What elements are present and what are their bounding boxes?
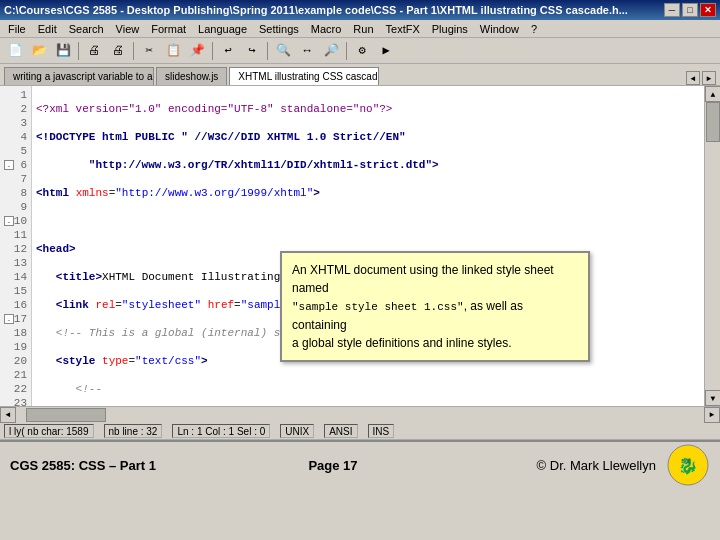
h-scroll-track[interactable] (16, 407, 704, 423)
toolbar-sep-2 (133, 42, 134, 60)
copy-button[interactable]: 📋 (162, 40, 184, 62)
menu-item-?[interactable]: ? (525, 21, 543, 37)
tab-scroll-right[interactable]: ► (702, 71, 716, 85)
macro-button[interactable]: ⚙ (351, 40, 373, 62)
replace-button[interactable]: ↔ (296, 40, 318, 62)
code-line-4: <html xmlns="http://www.w3.org/1999/xhtm… (36, 186, 700, 200)
line-num-20: 20 (0, 354, 31, 368)
footer-logo: 🐉 (666, 443, 710, 487)
fold-icon-17[interactable]: - (4, 314, 14, 324)
scroll-track[interactable] (705, 102, 720, 390)
tabs-bar: writing a javascript variable to a web p… (0, 64, 720, 86)
status-mode: INS (368, 424, 395, 438)
line-num-12: 12 (0, 242, 31, 256)
menu-item-textfx[interactable]: TextFX (380, 21, 426, 37)
code-line-11: <!-- (36, 382, 700, 396)
close-button[interactable]: ✕ (700, 3, 716, 17)
vertical-scrollbar: ▲ ▼ (704, 86, 720, 406)
line-num-15: 15 (0, 284, 31, 298)
menu-item-run[interactable]: Run (347, 21, 379, 37)
footer: CGS 2585: CSS – Part 1 Page 17 © Dr. Mar… (0, 440, 720, 488)
status-lines: nb line : 32 (104, 424, 163, 438)
tab-css-cascade[interactable]: XHTML illustrating CSS cascade.html (229, 67, 379, 85)
menu-item-view[interactable]: View (110, 21, 146, 37)
tab-scroll-left[interactable]: ◄ (686, 71, 700, 85)
line-num-13: 13 (0, 256, 31, 270)
window-controls: ─ □ ✕ (664, 3, 716, 17)
status-charset: ANSI (324, 424, 357, 438)
new-button[interactable]: 📄 (4, 40, 26, 62)
menu-item-file[interactable]: File (2, 21, 32, 37)
find-button[interactable]: 🔍 (272, 40, 294, 62)
toolbar-sep-1 (78, 42, 79, 60)
menu-item-format[interactable]: Format (145, 21, 192, 37)
print-button[interactable]: 🖨 (83, 40, 105, 62)
line-num-23: 23 (0, 396, 31, 406)
menu-bar: FileEditSearchViewFormatLanguageSettings… (0, 20, 720, 38)
footer-copyright: © Dr. Mark Llewellyn (441, 458, 656, 473)
status-chars: l ly( nb char: 1589 (4, 424, 94, 438)
tab-slideshow[interactable]: slideshow.js (156, 67, 227, 85)
run-button[interactable]: ▶ (375, 40, 397, 62)
line-num-14: 14 (0, 270, 31, 284)
menu-item-plugins[interactable]: Plugins (426, 21, 474, 37)
h-scroll-right-button[interactable]: ► (704, 407, 720, 423)
footer-course: CGS 2585: CSS – Part 1 (10, 458, 225, 473)
line-num-18: 18 (0, 326, 31, 340)
svg-text:🐉: 🐉 (678, 456, 698, 475)
scroll-up-button[interactable]: ▲ (705, 86, 720, 102)
menu-item-search[interactable]: Search (63, 21, 110, 37)
tooltip-text3: a global style definitions and inline st… (292, 336, 511, 350)
cut-button[interactable]: ✂ (138, 40, 160, 62)
minimize-button[interactable]: ─ (664, 3, 680, 17)
code-line-3: "http://www.w3.org/TR/xhtml11/DID/xhtml1… (36, 158, 700, 172)
menu-item-language[interactable]: Language (192, 21, 253, 37)
line-num-10: - 10 (0, 214, 31, 228)
tooltip-code: "sample style sheet 1.css" (292, 301, 464, 313)
paste-button[interactable]: 📌 (186, 40, 208, 62)
horizontal-scrollbar: ◄ ► (0, 406, 720, 422)
h-scroll-left-button[interactable]: ◄ (0, 407, 16, 423)
menu-item-edit[interactable]: Edit (32, 21, 63, 37)
tooltip-text1: An XHTML document using the linked style… (292, 263, 554, 295)
line-num-19: 19 (0, 340, 31, 354)
h-scroll-thumb[interactable] (26, 408, 106, 422)
code-line-1: <?xml version="1.0" encoding="UTF-8" sta… (36, 102, 700, 116)
status-encoding: UNIX (280, 424, 314, 438)
line-num-22: 22 (0, 382, 31, 396)
footer-page: Page 17 (225, 458, 440, 473)
line-num-17: - 17 (0, 312, 31, 326)
line-num-9: 9 (0, 200, 31, 214)
status-bar: l ly( nb char: 1589 nb line : 32 Ln : 1 … (0, 422, 720, 440)
toolbar-sep-5 (346, 42, 347, 60)
tabs-arrows: ◄ ► (686, 71, 716, 85)
menu-item-window[interactable]: Window (474, 21, 525, 37)
fold-icon-6[interactable]: - (4, 160, 14, 170)
menu-item-settings[interactable]: Settings (253, 21, 305, 37)
maximize-button[interactable]: □ (682, 3, 698, 17)
print2-button[interactable]: 🖨 (107, 40, 129, 62)
tooltip: An XHTML document using the linked style… (280, 251, 590, 362)
toolbar-sep-3 (212, 42, 213, 60)
undo-button[interactable]: ↩ (217, 40, 239, 62)
ucf-logo: 🐉 (666, 443, 710, 487)
menu-item-macro[interactable]: Macro (305, 21, 348, 37)
redo-button[interactable]: ↪ (241, 40, 263, 62)
code-line-5 (36, 214, 700, 228)
line-num-4: 4 (0, 130, 31, 144)
toolbar: 📄 📂 💾 🖨 🖨 ✂ 📋 📌 ↩ ↪ 🔍 ↔ 🔎 ⚙ ▶ (0, 38, 720, 64)
toolbar-sep-4 (267, 42, 268, 60)
line-num-2: 2 (0, 102, 31, 116)
line-num-8: 8 (0, 186, 31, 200)
fold-icon-10[interactable]: - (4, 216, 14, 226)
line-numbers: 1 2 3 4 5 - 6 7 8 9 - 10 11 12 13 14 15 … (0, 86, 32, 406)
save-button[interactable]: 💾 (52, 40, 74, 62)
scroll-down-button[interactable]: ▼ (705, 390, 720, 406)
zoom-button[interactable]: 🔎 (320, 40, 342, 62)
title-bar: C:\Courses\CGS 2585 - Desktop Publishing… (0, 0, 720, 20)
line-num-3: 3 (0, 116, 31, 130)
tab-js-variable[interactable]: writing a javascript variable to a web p… (4, 67, 154, 85)
open-button[interactable]: 📂 (28, 40, 50, 62)
scroll-thumb[interactable] (706, 102, 720, 142)
line-num-6: - 6 (0, 158, 31, 172)
